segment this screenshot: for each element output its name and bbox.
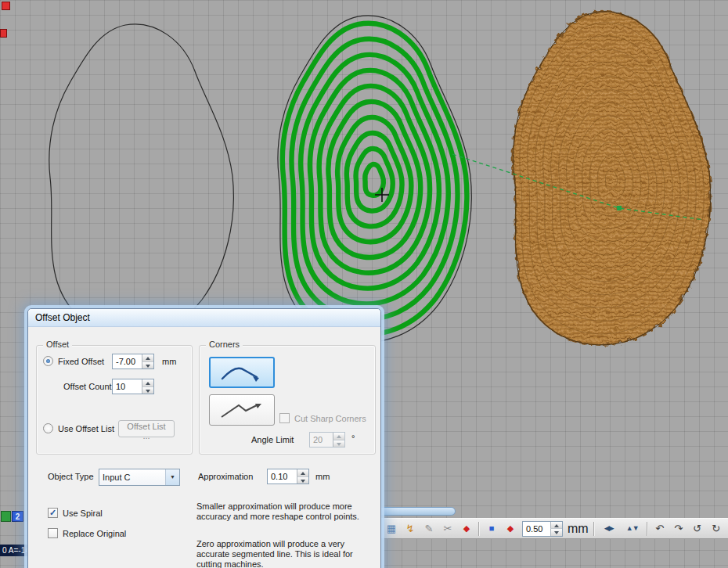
checkbox-icon[interactable]: ✓ (48, 528, 58, 538)
object-type-select[interactable]: Input C ▼ (99, 469, 180, 486)
offset-count-value[interactable]: 10 (113, 379, 142, 394)
toolbar-separator (647, 522, 648, 536)
spin-down-icon[interactable] (142, 361, 153, 369)
lightning-icon[interactable]: ↯ (403, 519, 417, 538)
toolbar-separator (478, 522, 480, 536)
approximation-value[interactable]: 0.10 (268, 469, 297, 484)
rounded-corner-icon (218, 361, 266, 383)
object-type-value: Input C (99, 469, 165, 485)
design-canvas[interactable]: ▦ ↯ ✎ ✂ ◆ ■ ◆ 0.50 mm ◀▶ ▲▼ ↶ ↷ ↺ ↻ 2 0 … (0, 0, 728, 568)
spin-up-icon[interactable] (297, 469, 308, 476)
use-offset-list-label: Use Offset List (58, 424, 114, 433)
angle-limit-input[interactable]: 20 (309, 432, 345, 448)
radio-icon[interactable] (43, 356, 53, 366)
dialog-title: Offset Object (35, 312, 90, 323)
layer-color-badge-green[interactable] (1, 511, 11, 522)
fixed-offset-radio[interactable]: Fixed Offset (43, 356, 104, 366)
rotate-right-icon[interactable]: ↷ (672, 519, 686, 538)
spin-up-icon[interactable] (142, 354, 153, 361)
approximation-input[interactable]: 0.10 (267, 469, 309, 484)
rotate-left-icon[interactable]: ↶ (653, 519, 667, 538)
red-diamond-icon-2[interactable]: ◆ (503, 519, 517, 538)
offset-list-button[interactable]: Offset List ... (118, 420, 175, 437)
outline-shape[interactable] (49, 24, 234, 336)
spin-down-icon[interactable] (297, 476, 308, 484)
replace-original-label: Replace Original (63, 529, 126, 538)
red-marker-icon-2 (0, 29, 7, 38)
sharp-corner-button[interactable] (209, 394, 275, 426)
fixed-offset-unit: mm (162, 357, 176, 366)
radio-icon[interactable] (43, 423, 53, 433)
spin-down-icon[interactable] (333, 440, 344, 448)
layer-color-badge-blue[interactable]: 2 (12, 511, 23, 522)
dialog-titlebar[interactable]: Offset Object (28, 309, 380, 327)
offset-object-dialog: Offset Object Offset Fixed Offset -7.00 … (27, 308, 381, 568)
use-spiral-label: Use Spiral (63, 509, 103, 518)
bottom-toolbar: ▦ ↯ ✎ ✂ ◆ ■ ◆ 0.50 mm ◀▶ ▲▼ ↶ ↷ ↺ ↻ (381, 518, 728, 539)
approximation-label: Approximation (198, 472, 253, 481)
stitch-length-unit: mm (568, 522, 589, 536)
corners-group: Corners ✓ Cut Sharp Corners (199, 345, 376, 455)
fixed-offset-input[interactable]: -7.00 (112, 354, 154, 369)
approximation-help-text-2: Zero approximation will produce a very a… (196, 539, 377, 568)
rotate-ccw-icon[interactable]: ↺ (690, 519, 705, 538)
approximation-unit: mm (315, 472, 330, 481)
object-type-label: Object Type (48, 472, 94, 481)
flip-vertical-icon[interactable]: ▲▼ (623, 519, 642, 538)
select-grid-icon[interactable]: ▦ (384, 519, 398, 538)
scissors-icon[interactable]: ✂ (441, 519, 455, 538)
pen-icon[interactable]: ✎ (422, 519, 436, 538)
fixed-offset-value[interactable]: -7.00 (113, 354, 142, 368)
stitch-length-input[interactable]: 0.50 (522, 521, 563, 537)
spin-up-icon[interactable] (333, 433, 344, 440)
sharp-corner-icon (218, 399, 266, 421)
rounded-corner-button[interactable] (209, 357, 275, 388)
offset-count-input[interactable]: 10 (112, 379, 154, 394)
dialog-body: Offset Fixed Offset -7.00 mm Offset Coun… (28, 326, 380, 568)
fixed-offset-label: Fixed Offset (58, 357, 104, 366)
blue-square-icon[interactable]: ■ (485, 519, 499, 538)
replace-original-checkbox[interactable]: ✓ Replace Original (48, 528, 126, 538)
cut-sharp-corners-checkbox[interactable]: ✓ Cut Sharp Corners (279, 413, 366, 423)
spiral-offset-shape[interactable] (278, 16, 471, 343)
angle-limit-label: Angle Limit (251, 435, 294, 444)
spin-up-icon[interactable] (550, 522, 562, 529)
red-marker-icon (2, 2, 10, 10)
chevron-down-icon[interactable]: ▼ (165, 469, 179, 485)
cut-sharp-corners-label: Cut Sharp Corners (294, 414, 366, 423)
checkbox-icon[interactable]: ✓ (48, 508, 58, 518)
approximation-help-text-1: Smaller approximation will produce more … (196, 501, 377, 522)
spin-down-icon[interactable] (142, 386, 153, 394)
flip-horizontal-icon[interactable]: ◀▶ (600, 519, 618, 538)
use-spiral-checkbox[interactable]: ✓ Use Spiral (48, 508, 103, 518)
angle-limit-unit: ° (351, 433, 355, 443)
corners-group-caption: Corners (206, 340, 243, 349)
stitched-shape[interactable] (514, 12, 711, 345)
spin-down-icon[interactable] (550, 528, 562, 536)
use-offset-list-radio[interactable]: Use Offset List (43, 423, 114, 433)
stitch-length-value[interactable]: 0.50 (523, 522, 550, 536)
offset-group-caption: Offset (43, 340, 72, 349)
offset-count-label: Offset Count (63, 382, 112, 391)
spin-up-icon[interactable] (142, 379, 153, 386)
red-diamond-icon[interactable]: ◆ (460, 519, 474, 538)
toolbar-separator (593, 522, 595, 536)
offset-group: Offset Fixed Offset -7.00 mm Offset Coun… (36, 345, 193, 455)
angle-limit-value[interactable]: 20 (310, 433, 333, 447)
rotate-cw-icon[interactable]: ↻ (709, 519, 723, 538)
checkbox-icon[interactable]: ✓ (279, 413, 290, 423)
